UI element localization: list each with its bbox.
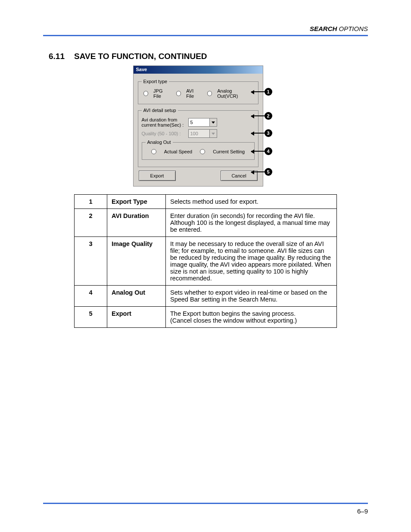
footer-rule: [43, 503, 368, 504]
analog-out-group: Analog Out Actual Speed Current Setting: [142, 140, 255, 160]
radio-analog[interactable]: [207, 91, 212, 96]
callouts: 1 2 3 4 5: [263, 65, 278, 187]
avi-detail-legend: AVI detail setup: [142, 108, 178, 113]
row-name: Image Quality: [107, 237, 166, 286]
callout-4: 4: [251, 147, 272, 155]
radio-current-setting-label: Current Setting: [213, 149, 245, 154]
row-number: 4: [75, 286, 107, 307]
page: SEARCH OPTIONS 6.11 SAVE TO FUNCTION, CO…: [0, 0, 411, 532]
callout-1: 1: [251, 88, 272, 96]
row-desc: Enter duration (in seconds) for recordin…: [166, 209, 337, 237]
chevron-down-icon: [212, 121, 215, 124]
table-row: 1 Export Type Selects method used for ex…: [75, 195, 337, 209]
export-button[interactable]: Export: [139, 171, 176, 181]
chevron-down-icon: [212, 133, 215, 135]
save-dialog: Save Export type JPG File AVI File Analo…: [133, 65, 263, 187]
section-heading: 6.11 SAVE TO FUNCTION, CONTINUED: [43, 52, 368, 61]
table-row: 3 Image Quality It may be necessary to r…: [75, 237, 337, 286]
row-number: 3: [75, 237, 107, 286]
radio-actual-speed-label: Actual Speed: [164, 149, 192, 154]
callout-2: 2: [251, 112, 272, 120]
row-desc: It may be necessary to reduce the overal…: [166, 237, 337, 286]
section-title-text: SAVE TO FUNCTION, CONTINUED: [74, 52, 207, 61]
row-desc: The Export button begins the saving proc…: [166, 307, 337, 328]
row-number: 2: [75, 209, 107, 237]
radio-jpg[interactable]: [143, 91, 149, 96]
callout-3: 3: [251, 129, 272, 137]
duration-combo[interactable]: 5: [188, 118, 217, 127]
duration-label: Avi duration from current frame(Sec) :: [142, 117, 185, 128]
header-bold: SEARCH: [310, 25, 337, 32]
row-name: AVI Duration: [107, 209, 166, 237]
table-row: 4 Analog Out Sets whether to export vide…: [75, 286, 337, 307]
table-row: 2 AVI Duration Enter duration (in second…: [75, 209, 337, 237]
page-footer: 6–9: [43, 503, 368, 515]
radio-analog-label: Analog Out(VCR): [217, 88, 252, 99]
radio-avi-label: AVI File: [186, 88, 202, 99]
row-name: Export Type: [107, 195, 166, 209]
running-header: SEARCH OPTIONS: [43, 25, 368, 32]
radio-avi[interactable]: [176, 91, 181, 96]
section-number: 6.11: [43, 52, 65, 61]
row-number: 5: [75, 307, 107, 328]
export-type-group: Export type JPG File AVI File Analog Out…: [138, 79, 258, 104]
export-type-legend: Export type: [142, 79, 169, 84]
header-rule: [43, 35, 368, 36]
row-number: 1: [75, 195, 107, 209]
row-desc: Sets whether to export video in real-tim…: [166, 286, 337, 307]
quality-dropdown-button: [209, 130, 217, 137]
description-table: 1 Export Type Selects method used for ex…: [74, 194, 337, 328]
header-rest: OPTIONS: [337, 25, 368, 32]
radio-current-setting[interactable]: [200, 149, 205, 154]
duration-value: 5: [189, 120, 209, 125]
radio-actual-speed[interactable]: [151, 149, 156, 154]
duration-dropdown-button[interactable]: [209, 118, 217, 126]
quality-label: Quality (50 - 100) :: [142, 131, 185, 136]
dialog-figure: Save Export type JPG File AVI File Analo…: [43, 65, 368, 187]
row-name: Export: [107, 307, 166, 328]
row-desc: Selects method used for export.: [166, 195, 337, 209]
callout-5: 5: [251, 168, 272, 176]
radio-jpg-label: JPG File: [153, 88, 171, 99]
row-name: Analog Out: [107, 286, 166, 307]
table-row: 5 Export The Export button begins the sa…: [75, 307, 337, 328]
quality-value: 100: [189, 131, 209, 136]
dialog-titlebar: Save: [134, 66, 263, 74]
avi-detail-group: AVI detail setup Avi duration from curre…: [138, 108, 258, 167]
analog-out-legend: Analog Out: [146, 140, 173, 145]
page-number: 6–9: [43, 507, 368, 515]
quality-combo: 100: [188, 129, 217, 138]
